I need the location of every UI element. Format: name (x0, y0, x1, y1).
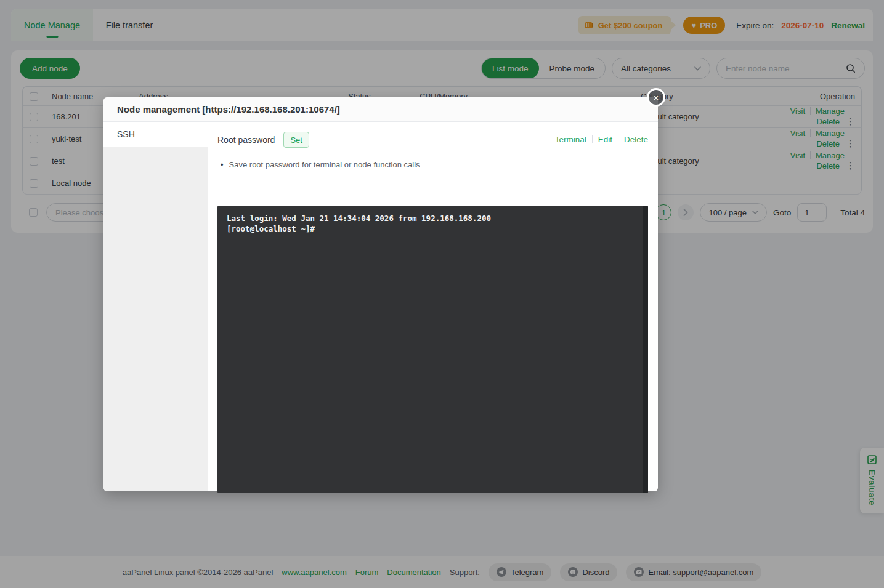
root-password-row: Root password Set (217, 132, 309, 148)
modal-body: SSH Root password Set Terminal Edit Dele… (103, 122, 658, 491)
terminal-line: [root@localhost ~]# (227, 224, 633, 234)
modal-actions: Terminal Edit Delete (555, 135, 648, 144)
close-icon[interactable]: × (647, 88, 665, 107)
edit-link[interactable]: Edit (598, 135, 612, 144)
modal-title: Node management [https://192.168.168.201… (117, 104, 340, 115)
delete-link[interactable]: Delete (624, 135, 648, 144)
bullet-icon: • (221, 160, 224, 169)
divider (592, 135, 593, 143)
password-note: • Save root password for terminal or nod… (221, 160, 420, 169)
terminal-scrollbar[interactable] (643, 206, 648, 493)
node-management-modal: × Node management [https://192.168.168.2… (103, 97, 658, 491)
terminal-line: Last login: Wed Jan 21 14:34:04 2026 fro… (227, 213, 633, 224)
divider (618, 135, 618, 143)
terminal-link[interactable]: Terminal (555, 135, 586, 144)
password-note-text: Save root password for terminal or node … (229, 160, 420, 169)
modal-header: Node management [https://192.168.168.201… (103, 97, 658, 122)
set-password-button[interactable]: Set (283, 132, 309, 148)
modal-sidebar: SSH (103, 122, 208, 491)
ssh-terminal[interactable]: Last login: Wed Jan 21 14:34:04 2026 fro… (217, 206, 648, 493)
root-password-label: Root password (217, 135, 275, 145)
sidebar-item-ssh[interactable]: SSH (103, 122, 208, 147)
modal-content: Root password Set Terminal Edit Delete •… (208, 122, 658, 491)
